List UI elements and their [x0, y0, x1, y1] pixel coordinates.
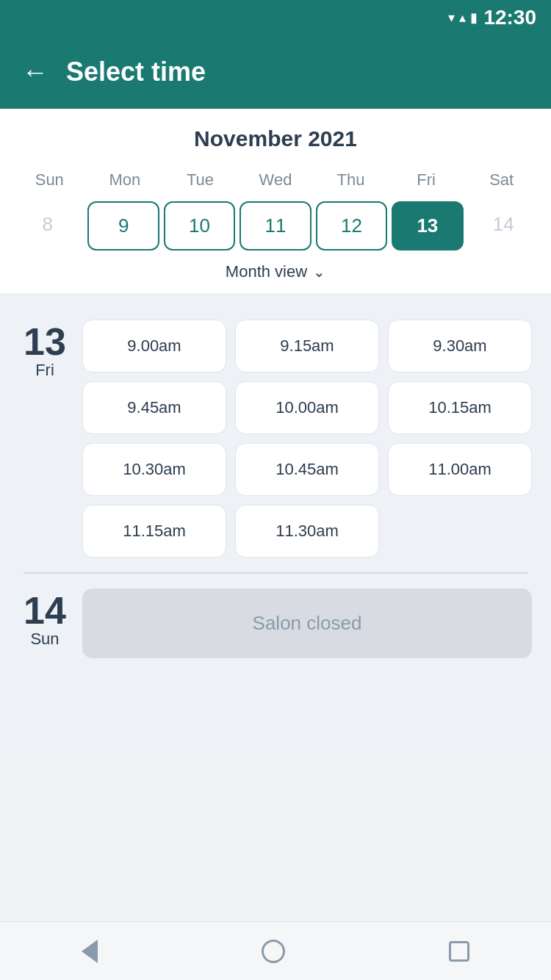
status-bar: ▾ ▴ ▮ 12:30	[0, 0, 551, 35]
day-14-name: Sun	[30, 630, 59, 649]
slot-1000am[interactable]: 10.00am	[235, 381, 379, 434]
day-13-label: 13 Fri	[19, 320, 71, 558]
day-10[interactable]: 10	[164, 201, 235, 251]
days-row: 8 9 10 11 12 13 14	[12, 201, 539, 251]
slot-900am[interactable]: 9.00am	[82, 320, 226, 372]
slot-1045am[interactable]: 10.45am	[235, 443, 379, 496]
salon-closed-label: Salon closed	[253, 612, 362, 634]
bottom-nav	[0, 921, 551, 980]
slot-915am[interactable]: 9.15am	[235, 320, 379, 372]
status-icons: ▾ ▴ ▮	[448, 10, 478, 26]
month-year-label: November 2021	[12, 126, 539, 151]
home-nav-button[interactable]	[262, 940, 285, 963]
day-13[interactable]: 13	[392, 201, 463, 251]
slot-1015am[interactable]: 10.15am	[388, 381, 532, 434]
header: ← Select time	[0, 35, 551, 109]
weekday-fri: Fri	[389, 166, 464, 194]
day-13-number: 13	[24, 323, 66, 361]
month-view-toggle[interactable]: Month view ⌄	[12, 262, 539, 281]
weekday-wed: Wed	[238, 166, 314, 194]
day-13-slots-grid: 9.00am 9.15am 9.30am 9.45am 10.00am 10.1…	[82, 320, 532, 558]
battery-icon: ▮	[470, 10, 478, 26]
back-nav-icon	[82, 940, 98, 963]
day-14: 14	[468, 201, 539, 251]
day-11[interactable]: 11	[240, 201, 311, 251]
weekday-mon: Mon	[87, 166, 163, 194]
timeslots-section: 13 Fri 9.00am 9.15am 9.30am 9.45am 10.00…	[0, 293, 551, 751]
weekday-tue: Tue	[162, 166, 238, 194]
day-14-group: 14 Sun Salon closed	[12, 574, 539, 673]
day-14-label: 14 Sun	[19, 588, 71, 658]
slot-945am[interactable]: 9.45am	[82, 381, 226, 434]
recents-nav-icon	[449, 941, 469, 962]
weekday-sun: Sun	[12, 166, 87, 194]
day-8: 8	[12, 201, 83, 251]
day-13-group: 13 Fri 9.00am 9.15am 9.30am 9.45am 10.00…	[12, 305, 539, 572]
month-view-label: Month view	[226, 262, 307, 281]
day-13-name: Fri	[35, 361, 54, 380]
slot-1100am[interactable]: 11.00am	[388, 443, 532, 496]
wifi-icon: ▾	[448, 10, 455, 26]
day-12[interactable]: 12	[316, 201, 387, 251]
back-nav-button[interactable]	[82, 940, 98, 963]
page-title: Select time	[66, 57, 206, 87]
salon-closed-box: Salon closed	[82, 588, 532, 658]
status-time: 12:30	[483, 6, 536, 29]
weekday-row: Sun Mon Tue Wed Thu Fri Sat	[12, 166, 539, 194]
bottom-spacer	[12, 673, 539, 739]
back-button[interactable]: ←	[22, 59, 48, 85]
weekday-sat: Sat	[464, 166, 539, 194]
day-9[interactable]: 9	[87, 201, 159, 251]
signal-icon: ▴	[459, 10, 466, 26]
home-nav-icon	[262, 940, 285, 963]
recents-nav-button[interactable]	[449, 941, 469, 962]
day-14-number: 14	[24, 591, 66, 630]
slot-1130am[interactable]: 11.30am	[235, 505, 379, 558]
slot-1115am[interactable]: 11.15am	[82, 505, 226, 558]
chevron-down-icon: ⌄	[313, 263, 325, 281]
slot-930am[interactable]: 9.30am	[388, 320, 532, 372]
calendar-section: November 2021 Sun Mon Tue Wed Thu Fri Sa…	[0, 109, 551, 293]
slot-1030am[interactable]: 10.30am	[82, 443, 226, 496]
weekday-thu: Thu	[313, 166, 389, 194]
